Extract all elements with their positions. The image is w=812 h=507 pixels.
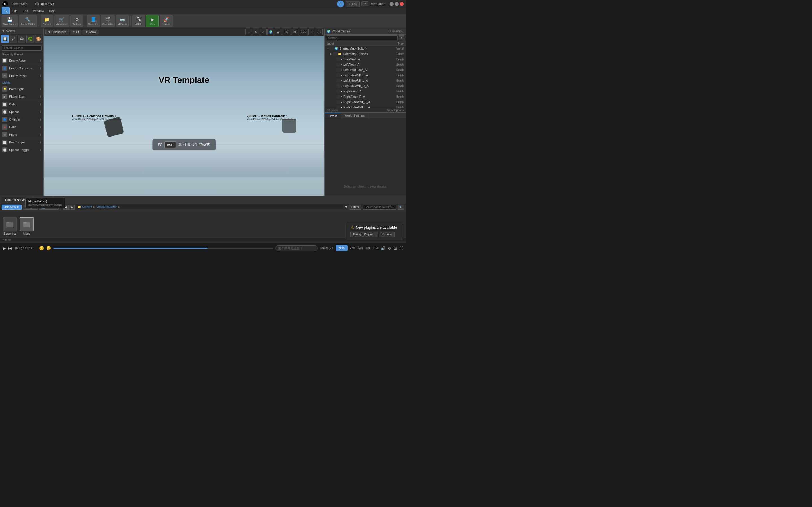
place-item-box-trigger[interactable]: ⬜ Box Trigger ℹ <box>0 138 43 146</box>
emoji-btn-2[interactable]: 😄 <box>46 246 51 250</box>
outliner-back-wall[interactable]: ▪ BackWall_A Brush <box>324 57 406 62</box>
vis-icon-4[interactable] <box>336 62 340 66</box>
play-pause-btn[interactable]: ▶ <box>3 246 6 250</box>
scale-snap-btn[interactable]: 0.25 <box>299 29 308 35</box>
toolbar-blueprints[interactable]: 📘 Blueprints <box>87 15 100 27</box>
quality-label[interactable]: 720P 高清 <box>350 246 363 250</box>
search-classes-input[interactable] <box>2 45 42 51</box>
send-comment-btn[interactable]: 发送 <box>336 245 348 251</box>
outliner-add-btn[interactable]: + <box>399 36 404 40</box>
camera-speed-btn[interactable]: 4 <box>308 29 315 35</box>
grid-size-btn[interactable]: 10 <box>282 29 291 35</box>
plane-info[interactable]: ℹ <box>40 133 41 136</box>
foliage-mode-btn[interactable]: 🌿 <box>26 35 34 43</box>
outliner-left-side-wall-la[interactable]: ▪ LeftSideWall_L_A Brush <box>324 78 406 83</box>
toolbar-source-control[interactable]: 🔧 Source Control <box>19 15 37 27</box>
toolbar-marketplace[interactable]: 🛒 Marketplace <box>54 15 70 27</box>
sphere-trigger-info[interactable]: ℹ <box>40 149 41 152</box>
toolbar-settings[interactable]: ⚙ Settings <box>70 15 83 27</box>
mesh-paint-btn[interactable]: 🎨 <box>35 35 42 43</box>
rotate-btn[interactable]: ↻ <box>253 29 259 35</box>
outliner-search[interactable] <box>326 36 398 40</box>
content-item-maps[interactable]: Maps <box>20 217 34 235</box>
outliner-right-side-wall-la[interactable]: ▪ RightSideWall_L_A Brush <box>324 105 406 108</box>
follow-button[interactable]: + 关注 <box>346 1 359 7</box>
empty-actor-info[interactable]: ℹ <box>40 59 41 62</box>
scale-btn[interactable]: ⤢ <box>260 29 267 35</box>
outliner-startup-map[interactable]: ▼ 🌍 StartupMap (Editor) World <box>324 46 406 51</box>
toolbar-content[interactable]: 📁 Content <box>41 15 53 27</box>
content-search-input[interactable] <box>363 205 396 210</box>
outliner-right-floor-fa[interactable]: ▪ RightFloor_F_A Brush <box>324 94 406 100</box>
emoji-btn-1[interactable]: 😊 <box>39 246 44 250</box>
viewport-perspective-btn[interactable]: ▼ Perspective <box>45 30 69 34</box>
viewport-show-btn[interactable]: ▼ Show <box>83 30 98 34</box>
place-item-point-light[interactable]: 💡 Point Light ℹ <box>0 86 43 93</box>
outliner-right-side-wall-fa[interactable]: ▪ RightSideWall_F_A Brush <box>324 100 406 105</box>
details-tab[interactable]: Details <box>324 113 341 119</box>
toolbar-build[interactable]: 🏗 Build <box>132 15 145 27</box>
filters-btn[interactable]: Filters <box>349 205 361 210</box>
video-progress-bar[interactable] <box>53 247 273 249</box>
player-start-info[interactable]: ℹ <box>40 95 41 98</box>
empty-character-info[interactable]: ℹ <box>40 67 41 70</box>
outliner-left-front-floor[interactable]: ▪ LeftFrontFloor_A Brush <box>324 67 406 73</box>
help-button[interactable]: ? <box>361 1 368 6</box>
place-item-sphere[interactable]: ⚪ Sphere ℹ <box>0 108 43 116</box>
pip-btn[interactable]: ⊡ <box>394 246 397 250</box>
place-item-cylinder[interactable]: 🔵 Cylinder ℹ <box>0 116 43 123</box>
outliner-left-side-wall-fa[interactable]: ▪ LeftSideWall_F_A Brush <box>324 73 406 78</box>
empty-pawn-info[interactable]: ℹ <box>40 74 41 77</box>
rotation-snap-btn[interactable]: 10° <box>292 29 298 35</box>
comment-input[interactable] <box>275 245 318 251</box>
nav-forward-btn[interactable]: ▶ <box>69 205 75 210</box>
viewport-lit-btn[interactable]: ▼ Lit <box>70 30 82 34</box>
outliner-left-side-wall-ra[interactable]: ▪ LeftSideWall_R_A Brush <box>324 83 406 89</box>
menu-file[interactable]: File <box>10 9 20 13</box>
box-trigger-info[interactable]: ℹ <box>40 141 41 144</box>
toolbar-vr-mode[interactable]: 🥽 VR Mode <box>116 15 129 27</box>
toolbar-launch[interactable]: 🚀 Launch <box>160 15 172 27</box>
translate-btn[interactable]: ↔ <box>245 29 252 35</box>
place-item-empty-pawn[interactable]: 🎮 Empty Pawn ℹ <box>0 72 43 80</box>
cylinder-info[interactable]: ℹ <box>40 118 41 121</box>
manage-plugins-btn[interactable]: Manage Plugins... <box>350 231 378 237</box>
world-local-btn[interactable]: 🌍 <box>267 29 274 35</box>
landscape-mode-btn[interactable]: 🏔 <box>18 35 26 43</box>
outliner-left-floor[interactable]: ▪ LeftFloor_A Brush <box>324 62 406 67</box>
place-item-player-start[interactable]: ▶ Player Start ℹ <box>0 93 43 101</box>
add-new-btn[interactable]: Add New ▼ <box>2 205 22 210</box>
window-maximize[interactable] <box>395 2 399 6</box>
view-options-btn[interactable]: View Options <box>387 109 404 112</box>
cube-info[interactable]: ℹ <box>40 103 41 106</box>
speed-label[interactable]: 1.5x <box>373 246 378 249</box>
world-settings-tab[interactable]: World Settings <box>341 113 368 119</box>
toolbar-play[interactable]: ▶ Play <box>146 15 159 27</box>
maximize-viewport-btn[interactable]: ⛶ <box>316 29 322 35</box>
place-item-empty-character[interactable]: 👤 Empty Character ℹ <box>0 64 43 72</box>
menu-help[interactable]: Help <box>47 9 58 13</box>
content-item-blueprints[interactable]: Blueprints <box>3 217 17 235</box>
toolbar-save-current[interactable]: 💾 Save Current <box>2 15 18 27</box>
select-label[interactable]: 选集 <box>365 246 371 250</box>
window-close[interactable] <box>400 2 404 6</box>
settings-video-btn[interactable]: ⚙ <box>388 246 391 250</box>
toolbar-cinematics[interactable]: 🎬 Cinematics <box>101 15 115 27</box>
lights-category[interactable]: Lights <box>0 80 43 86</box>
sphere-info[interactable]: ℹ <box>40 110 41 114</box>
fullscreen-btn[interactable]: ⛶ <box>399 246 403 250</box>
place-item-empty-actor[interactable]: ⬜ Empty Actor ℹ <box>0 57 43 64</box>
barrage-ceremony[interactable]: 弹幕礼仪 > <box>320 246 334 250</box>
window-minimize[interactable] <box>390 2 394 6</box>
menu-edit[interactable]: Edit <box>20 9 30 13</box>
place-item-sphere-trigger[interactable]: ⚪ Sphere Trigger ℹ <box>0 146 43 154</box>
surface-snapping-btn[interactable]: ⬓ <box>274 29 282 35</box>
place-item-cone[interactable]: 🔺 Cone ℹ <box>0 123 43 131</box>
outliner-geometry-brushes[interactable]: ▶ 📁 GeometryBrushes Folder <box>324 51 406 57</box>
place-item-cube[interactable]: ⬜ Cube ℹ <box>0 101 43 108</box>
menu-window[interactable]: Window <box>31 9 46 13</box>
vis-icon-2[interactable] <box>333 52 337 56</box>
vis-icon[interactable] <box>329 47 334 50</box>
next-frame-btn[interactable]: ⏭ <box>8 246 12 250</box>
point-light-info[interactable]: ℹ <box>40 88 41 91</box>
